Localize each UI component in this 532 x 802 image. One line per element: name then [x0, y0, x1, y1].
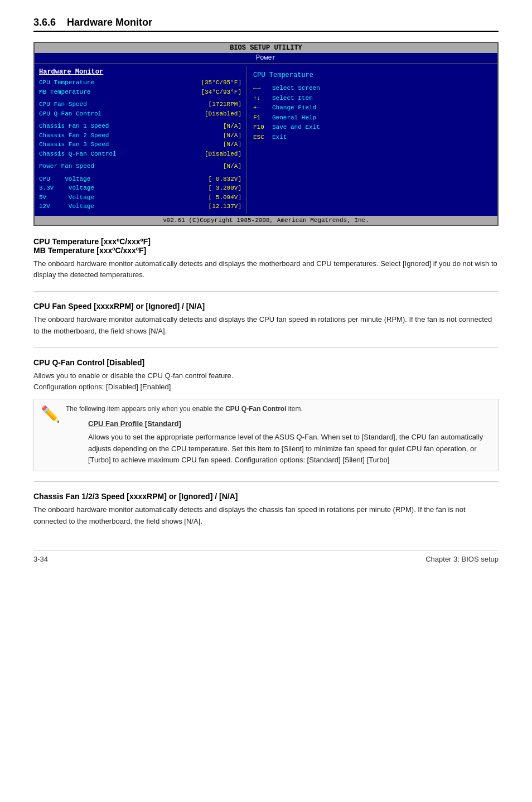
cpu-qfan-value: [Disabled]: [205, 109, 241, 119]
cpu-qfan-text2: Configuration options: [Disabled] [Enabl…: [33, 381, 499, 393]
sub-text: Allows you to set the appropriate perfor…: [88, 432, 491, 466]
note-text-after: item.: [287, 405, 303, 413]
chassis3-label: Chassis Fan 3 Speed: [39, 140, 109, 149]
legend-row-change: +- Change Field: [253, 103, 491, 113]
divider2: [33, 347, 499, 348]
note-box: ✏️ The following item appears only when …: [33, 399, 499, 471]
bios-screen: BIOS SETUP UTILITY Power Hardware Monito…: [33, 42, 499, 226]
chassis-fan-text: The onboard hardware monitor automatical…: [33, 504, 499, 528]
power-fan-value: [N/A]: [223, 162, 241, 171]
legend-desc-change: Change Field: [272, 103, 316, 113]
indented-section: CPU Fan Profile [Standard] Allows you to…: [88, 418, 491, 466]
mb-temp-label: MB Temperature: [39, 88, 90, 97]
cpu-temp-heading: CPU Temperature [xxxºC/xxxºF] MB Tempera…: [33, 237, 499, 255]
chassis2-value: [N/A]: [223, 131, 241, 141]
bios-left-panel: Hardware Monitor CPU Temperature [35°C/9…: [35, 66, 246, 214]
bios-row-12v: 12V Voltage [12.137V]: [39, 202, 241, 211]
bios-row-chassis3: Chassis Fan 3 Speed [N/A]: [39, 140, 241, 149]
12v-label: 12V Voltage: [39, 202, 94, 211]
legend-row-item: ↑↓ Select Item: [253, 94, 491, 104]
bios-row-cpu-temp: CPU Temperature [35°C/95°F]: [39, 78, 241, 88]
cpu-volt-label: CPU Voltage: [39, 175, 90, 184]
cpu-fan-label: CPU Fan Speed: [39, 100, 87, 109]
cpu-fan-text: The onboard hardware monitor automatical…: [33, 314, 499, 337]
power-fan-label: Power Fan Speed: [39, 162, 94, 171]
footer-left: 3-34: [33, 555, 48, 563]
divider1: [33, 291, 499, 292]
bios-subtitle-bar: Power: [35, 53, 497, 64]
bios-row-5v: 5V Voltage [ 5.094V]: [39, 193, 241, 202]
bios-subtitle-text: Power: [256, 54, 276, 62]
chassis1-label: Chassis Fan 1 Speed: [39, 122, 109, 131]
bios-body: Hardware Monitor CPU Temperature [35°C/9…: [35, 64, 497, 216]
cpu-qfan-text1: Allows you to enable or disable the CPU …: [33, 370, 499, 382]
chassis3-value: [N/A]: [223, 140, 241, 149]
legend-key-plusminus: +-: [253, 103, 269, 113]
note-icon: ✏️: [41, 405, 60, 423]
bios-row-power-fan: Power Fan Speed [N/A]: [39, 162, 241, 171]
section-heading: Hardware Monitor: [67, 17, 152, 28]
bios-row-cpu-fan: CPU Fan Speed [1721RPM]: [39, 100, 241, 109]
mb-temp-heading-text: MB Temperature [xxxºC/xxxºF]: [33, 246, 146, 255]
legend-desc-screen: Select Screen: [272, 84, 320, 94]
note-text-before: The following item appears only when you…: [66, 405, 225, 413]
chassis-fan-heading: Chassis Fan 1/2/3 Speed [xxxxRPM] or [Ig…: [33, 492, 499, 501]
legend-desc-esc: Exit: [272, 133, 287, 143]
section-number: 3.6.6: [33, 17, 56, 28]
cpu-fan-value: [1721RPM]: [209, 100, 241, 109]
bios-title-bar: BIOS SETUP UTILITY: [35, 43, 497, 53]
legend-desc-f10: Save and Exit: [272, 123, 320, 133]
cpu-qfan-label: CPU Q-Fan Control: [39, 109, 101, 119]
legend-key-esc: ESC: [253, 133, 269, 143]
bios-right-info-label: CPU Temperature: [253, 71, 491, 79]
cpu-temp-heading-text: CPU Temperature [xxxºC/xxxºF]: [33, 237, 151, 246]
cpu-temp-text: The onboard hardware monitor automatical…: [33, 258, 499, 282]
chassis2-label: Chassis Fan 2 Speed: [39, 131, 109, 141]
bios-row-mb-temp: MB Temperature [34°C/93°F]: [39, 88, 241, 97]
legend-row-f10: F10 Save and Exit: [253, 123, 491, 133]
note-text: The following item appears only when you…: [66, 404, 491, 466]
legend-key-f1: F1: [253, 113, 269, 123]
5v-value: [ 5.094V]: [209, 193, 241, 202]
bios-row-cpu-qfan: CPU Q-Fan Control [Disabled]: [39, 109, 241, 119]
cpu-qfan-heading: CPU Q-Fan Control [Disabled]: [33, 358, 499, 367]
section-title: 3.6.6 Hardware Monitor: [33, 17, 499, 32]
12v-value: [12.137V]: [209, 202, 241, 211]
legend-row-screen: ←→ Select Screen: [253, 84, 491, 94]
chassis-qfan-value: [Disabled]: [205, 149, 241, 159]
bios-right-panel: CPU Temperature ←→ Select Screen ↑↓ Sele…: [246, 66, 497, 214]
bios-footer: v02.61 (C)Copyright 1985-2008, American …: [35, 216, 497, 225]
cpu-qfan-section: CPU Q-Fan Control [Disabled] Allows you …: [33, 358, 499, 471]
bios-row-chassis1: Chassis Fan 1 Speed [N/A]: [39, 122, 241, 131]
33v-value: [ 3.200V]: [209, 183, 241, 193]
note-bold-text: CPU Q-Fan Control: [225, 405, 286, 413]
bios-left-header: Hardware Monitor: [39, 68, 241, 76]
divider3: [33, 481, 499, 482]
bios-row-chassis2: Chassis Fan 2 Speed [N/A]: [39, 131, 241, 141]
cpu-volt-value: [ 0.832V]: [209, 175, 241, 184]
cpu-temp-label: CPU Temperature: [39, 78, 94, 88]
chassis-qfan-label: Chassis Q-Fan Control: [39, 149, 117, 159]
cpu-temp-value: [35°C/95°F]: [201, 78, 241, 88]
bios-row-cpu-volt: CPU Voltage [ 0.832V]: [39, 175, 241, 184]
legend-key-updown: ↑↓: [253, 94, 269, 104]
sub-heading: CPU Fan Profile [Standard]: [88, 418, 491, 429]
legend-key-arrows: ←→: [253, 84, 269, 94]
chassis-fan-section: Chassis Fan 1/2/3 Speed [xxxxRPM] or [Ig…: [33, 492, 499, 528]
cpu-fan-heading: CPU Fan Speed [xxxxRPM] or [Ignored] / […: [33, 302, 499, 311]
5v-label: 5V Voltage: [39, 193, 94, 202]
footer-right: Chapter 3: BIOS setup: [425, 555, 499, 563]
legend-key-f10: F10: [253, 123, 269, 133]
bios-row-33v: 3.3V Voltage [ 3.200V]: [39, 183, 241, 193]
bios-row-chassis-qfan: Chassis Q-Fan Control [Disabled]: [39, 149, 241, 159]
cpu-fan-section: CPU Fan Speed [xxxxRPM] or [Ignored] / […: [33, 302, 499, 337]
legend-row-esc: ESC Exit: [253, 133, 491, 143]
mb-temp-value: [34°C/93°F]: [201, 88, 241, 97]
legend-row-f1: F1 General Help: [253, 113, 491, 123]
bios-legend: ←→ Select Screen ↑↓ Select Item +- Chang…: [253, 84, 491, 143]
chassis1-value: [N/A]: [223, 122, 241, 131]
legend-desc-f1: General Help: [272, 113, 316, 123]
page-footer: 3-34 Chapter 3: BIOS setup: [33, 550, 499, 563]
bios-title-text: BIOS SETUP UTILITY: [230, 44, 302, 52]
legend-desc-item: Select Item: [272, 94, 313, 104]
